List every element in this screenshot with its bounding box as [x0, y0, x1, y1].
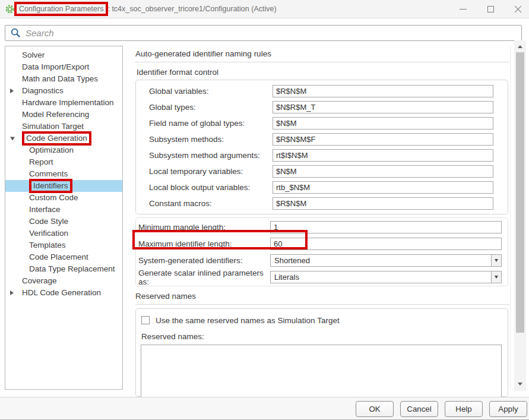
minimize-icon — [460, 9, 467, 10]
panel-edge-divider — [510, 46, 511, 390]
category-tree: Solver Data Import/Export Math and Data … — [5, 46, 123, 390]
sidebar-item-custom-code[interactable]: Custom Code — [5, 192, 122, 204]
param-row-minimum-mangle-length: Minimum mangle length: — [138, 221, 502, 233]
triangle-down-icon — [518, 383, 522, 386]
field-name-of-global-types-input[interactable] — [273, 117, 493, 130]
identifier-format-control-group: Global variables: Global types: Field na… — [135, 80, 508, 214]
sidebar-item-optimization[interactable]: Optimization — [5, 144, 122, 156]
sidebar-item-verification[interactable]: Verification — [5, 228, 122, 239]
search-input[interactable] — [26, 26, 521, 40]
window-controls — [454, 1, 527, 17]
field-row-subsystem-method-arguments: Subsystem method arguments: — [149, 149, 493, 162]
field-row-field-name-of-global-types: Field name of global types: — [149, 117, 493, 130]
global-variables-input[interactable] — [273, 85, 493, 97]
dialog-footer: OK Cancel Help Apply — [0, 397, 529, 420]
sidebar-item-diagnostics[interactable]: Diagnostics — [5, 85, 122, 97]
annotation-code-generation-box: Code Generation — [22, 131, 91, 146]
apply-button[interactable]: Apply — [489, 401, 527, 417]
scrollbar-thumb[interactable] — [516, 52, 524, 333]
title-bar: Configuration Parameters: tc4x_soc_obser… — [0, 0, 529, 18]
param-row-maximum-identifier-length: Maximum identifier length: — [138, 238, 502, 250]
help-button[interactable]: Help — [445, 401, 483, 417]
ok-button[interactable]: OK — [356, 401, 394, 417]
chevron-down-icon[interactable] — [10, 137, 15, 141]
sidebar-item-templates[interactable]: Templates — [5, 239, 122, 251]
search-bar — [5, 25, 522, 41]
window-title: Configuration Parameters: tc4x_soc_obser… — [19, 5, 277, 13]
sidebar-item-code-style[interactable]: Code Style — [5, 216, 122, 228]
dropdown-arrow-button[interactable] — [491, 255, 501, 266]
sidebar-item-report[interactable]: Report — [5, 156, 122, 168]
section-title-reserved-names: Reserved names — [135, 292, 509, 305]
global-types-input[interactable] — [273, 101, 493, 113]
sidebar-item-identifiers[interactable]: Identifiers — [5, 180, 122, 192]
maximize-icon — [487, 6, 494, 12]
window-title-rest: : tc4x_soc_observer_tricore1/Configurati… — [107, 5, 276, 13]
reserved-names-checkbox-row: Use the same reserved names as Simulatio… — [141, 315, 508, 325]
minimum-mangle-length-input[interactable] — [270, 221, 502, 233]
subsystem-methods-input[interactable] — [273, 133, 493, 146]
scroll-up-button[interactable] — [514, 40, 526, 52]
reserved-names-textarea[interactable] — [141, 345, 502, 398]
use-same-reserved-names-checkbox[interactable] — [141, 316, 150, 324]
local-block-output-variables-input[interactable] — [273, 181, 493, 194]
dropdown-arrow-button[interactable] — [491, 271, 501, 283]
reserved-names-group: Use the same reserved names as Simulatio… — [135, 308, 508, 397]
field-row-constant-macros: Constant macros: — [149, 197, 493, 210]
system-generated-identifiers-dropdown[interactable]: Shortened — [270, 254, 502, 267]
close-button[interactable] — [509, 1, 527, 17]
param-row-generate-scalar-inlined-parameters: Generate scalar inlined parameters as: L… — [138, 271, 502, 283]
field-row-global-variables: Global variables: — [149, 85, 493, 97]
chevron-down-icon — [495, 276, 498, 279]
reserved-names-label: Reserved names: — [141, 332, 508, 341]
constant-macros-input[interactable] — [273, 197, 493, 210]
annotation-title-box: Configuration Parameters — [14, 2, 108, 16]
section-title-naming-rules: Auto-generated identifier naming rules — [135, 49, 509, 62]
local-temporary-variables-input[interactable] — [273, 165, 493, 178]
maximize-button[interactable] — [482, 1, 499, 17]
sidebar-item-model-referencing[interactable]: Model Referencing — [5, 109, 122, 121]
minimize-button[interactable] — [454, 1, 472, 17]
chevron-right-icon[interactable] — [10, 89, 14, 93]
sidebar-item-coverage[interactable]: Coverage — [5, 275, 122, 287]
cancel-button[interactable]: Cancel — [400, 401, 438, 417]
sidebar-item-interface[interactable]: Interface — [5, 204, 122, 216]
field-row-local-temporary-variables: Local temporary variables: — [149, 165, 493, 178]
field-row-local-block-output-variables: Local block output variables: — [149, 181, 493, 194]
maximum-identifier-length-input[interactable] — [270, 238, 502, 250]
search-icon — [11, 28, 21, 38]
generate-scalar-inlined-parameters-dropdown[interactable]: Literals — [270, 271, 502, 283]
sidebar-item-data-type-replacement[interactable]: Data Type Replacement — [5, 263, 122, 275]
chevron-down-icon — [495, 259, 498, 262]
configuration-gear-icon — [5, 4, 15, 14]
scroll-down-button[interactable] — [514, 378, 526, 390]
sidebar-item-comments[interactable]: Comments — [5, 168, 122, 180]
sidebar-item-simulation-target[interactable]: Simulation Target — [5, 121, 122, 132]
triangle-up-icon — [518, 45, 522, 48]
close-icon — [514, 5, 522, 13]
vertical-scrollbar[interactable] — [514, 40, 526, 391]
sidebar-item-data-import-export[interactable]: Data Import/Export — [5, 61, 122, 73]
identifier-length-panel: Minimum mangle length: Maximum identifie… — [135, 217, 508, 286]
chevron-right-icon[interactable] — [10, 290, 14, 295]
configuration-parameters-dialog: { "window": { "title_highlight": "Config… — [0, 0, 529, 420]
sidebar-item-code-placement[interactable]: Code Placement — [5, 251, 122, 263]
annotation-identifiers-box: Identifiers — [29, 179, 72, 193]
sidebar-item-solver[interactable]: Solver — [5, 49, 122, 61]
field-row-subsystem-methods: Subsystem methods: — [149, 133, 493, 146]
subsystem-method-arguments-input[interactable] — [273, 149, 493, 162]
group-title-identifier-format-control: Identifier format control — [137, 68, 509, 77]
sidebar-item-hdl-code-generation[interactable]: HDL Code Generation — [5, 287, 122, 299]
window-title-highlight: Configuration Parameters — [19, 5, 103, 13]
field-row-global-types: Global types: — [149, 101, 493, 113]
main-panel: Auto-generated identifier naming rules I… — [135, 46, 509, 391]
sidebar-item-code-generation[interactable]: Code Generation — [5, 132, 122, 144]
sidebar-item-math-and-data-types[interactable]: Math and Data Types — [5, 73, 122, 85]
param-row-system-generated-identifiers: System-generated identifiers: Shortened — [138, 254, 502, 267]
sidebar-item-hardware-implementation[interactable]: Hardware Implementation — [5, 97, 122, 109]
